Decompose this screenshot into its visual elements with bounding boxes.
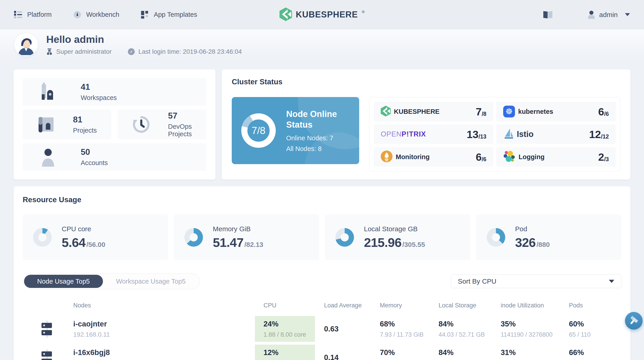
sort-by-select[interactable]: Sort By CPU [451, 274, 621, 288]
kubernetes-total: /6 [604, 111, 609, 117]
main-nav: Platform Workbench App Templates [14, 11, 197, 18]
stat-accounts[interactable]: 50 Accounts [23, 143, 206, 171]
banner-text: Hello admin Super administrator ✓ Last l… [46, 34, 242, 55]
projects-icon [35, 116, 57, 133]
brand-text: KUBESPHERE [296, 10, 358, 20]
kubesphere-icon [381, 106, 391, 118]
app-templates-icon [141, 11, 149, 18]
topbar-right: admin [543, 11, 630, 19]
inode-cell: 31% 1002451 / 3276800 [495, 348, 563, 360]
role-group: Super administrator [46, 48, 112, 55]
memory-used: 51.47 [213, 235, 244, 250]
tab-workspace-usage-top5[interactable]: Workspace Usage Top5 [103, 275, 199, 288]
devops-projects-icon [130, 116, 152, 134]
memory-total: /82.13 [244, 241, 263, 248]
memory-donut [184, 228, 203, 247]
components-grid: KUBESPHERE 7/8 ☸ kubernetes 6/6 OPENP! [369, 97, 620, 172]
node-ip: 192.168.0.11 [73, 331, 255, 338]
node-online-status-panel: 7/8 Node Online Status Online Nodes: 7 A… [232, 97, 359, 164]
header-inode-utilization: inode Utilization [495, 302, 563, 309]
platform-icon [14, 11, 22, 18]
logging-icon [503, 150, 516, 164]
cpu-cell: 24% 1.88 / 8.00 core [255, 316, 315, 342]
kubernetes-icon: ☸ [503, 106, 515, 118]
server-icon [40, 352, 54, 360]
resource-usage-title: Resource Usage [23, 196, 621, 204]
workbench-icon [74, 11, 81, 18]
nav-platform-label: Platform [27, 11, 52, 18]
server-icon [40, 323, 54, 335]
pod-donut [487, 228, 505, 247]
load-average-cell: 0.63 [315, 325, 374, 333]
workspaces-count: 41 [81, 82, 117, 92]
sort-by-value: Sort By CPU [458, 278, 496, 285]
local-storage-cell: 84% 44.03 / 52.71 GB [434, 320, 495, 338]
pod-total: /880 [536, 241, 550, 248]
node-online-ratio: 7/8 [252, 125, 265, 136]
stat-workspaces[interactable]: 41 Workspaces [23, 78, 206, 106]
nav-platform[interactable]: Platform [14, 11, 52, 18]
pod-used: 326 [515, 235, 536, 250]
stat-projects[interactable]: 81 Projects [23, 110, 111, 140]
last-login-label: Last login time: 2019-06-28 23:46:04 [138, 48, 242, 55]
greeting: Hello admin [46, 34, 242, 45]
local-storage-cell: 84% 43.89 / 52.71 GB [434, 348, 495, 360]
user-menu[interactable]: admin [588, 11, 630, 19]
node-name[interactable]: i-caojnter [73, 320, 255, 328]
inode-cell: 35% 1141190 / 3276800 [495, 320, 563, 338]
openpitrix-total: /13 [478, 133, 486, 140]
header-nodes: Nodes [66, 302, 255, 309]
storage-total: /305.55 [402, 241, 425, 248]
cpu-donut [33, 228, 52, 247]
top-navigation-bar: Platform Workbench App Templates KUBESPH… [0, 0, 644, 30]
load-average-cell: 0.14 [315, 353, 374, 360]
overview-stats-card: 41 Workspaces 81 Projects [14, 69, 216, 180]
stat-devops-projects[interactable]: 57 DevOps Projects [118, 110, 206, 140]
workspaces-icon [37, 82, 59, 101]
logging-total: /3 [604, 156, 609, 162]
node-name[interactable]: i-16x6bgj8 [73, 348, 255, 357]
welcome-banner: Hello admin Super administrator ✓ Last l… [0, 30, 644, 60]
usage-tabs: Node Usage Top5 Workspace Usage Top5 [23, 274, 200, 289]
openpitrix-logo: OPENP!TRIX [381, 130, 426, 138]
memory-cell: 68% 7.93 / 11.73 GiB [374, 320, 434, 338]
kubernetes-value: 6 [598, 106, 604, 118]
header-memory: Memory [374, 302, 434, 309]
tab-node-usage-top5[interactable]: Node Usage Top5 [24, 275, 103, 288]
nav-app-templates[interactable]: App Templates [141, 11, 197, 18]
hammer-icon [628, 315, 639, 326]
header-pods: Pods [563, 302, 616, 309]
kubesphere-logo[interactable]: KUBESPHERE ® [279, 8, 365, 22]
header-cpu: CPU [255, 302, 315, 309]
component-kubesphere: KUBESPHERE 7/8 [374, 102, 493, 121]
component-istio: Istio 12/12 [496, 124, 616, 144]
node-online-title: Node Online Status [286, 109, 359, 130]
toolbox-fab-button[interactable] [625, 312, 643, 330]
istio-icon [503, 128, 514, 140]
node-online-donut: 7/8 [241, 113, 276, 148]
istio-value: 12 [589, 128, 601, 140]
pod-label: Pod [515, 225, 550, 233]
metric-memory: Memory GiB 51.47/82.13 [174, 214, 319, 260]
table-row[interactable]: i-caojnter 192.168.0.11 24% 1.88 / 8.00 … [28, 316, 616, 342]
monitoring-prometheus-icon [381, 150, 392, 163]
docs-book-icon[interactable] [543, 11, 553, 19]
cluster-status-title: Cluster Status [232, 78, 620, 86]
memory-cell: 70% 8.11 / 11.73 GiB [374, 348, 434, 360]
main-content: 41 Workspaces 81 Projects [0, 60, 644, 360]
storage-used: 215.96 [364, 235, 401, 250]
kubesphere-total: /8 [482, 111, 486, 117]
kubesphere-logo-icon [279, 8, 292, 22]
nav-app-templates-label: App Templates [154, 11, 197, 18]
accounts-label: Accounts [81, 159, 108, 166]
role-label: Super administrator [56, 48, 112, 55]
table-row[interactable]: i-16x6bgj8 192.168.0.14 12% 0.93 / 8.00 … [28, 344, 616, 360]
component-monitoring: Monitoring 6/6 [374, 147, 493, 166]
cpu-label: CPU core [62, 225, 105, 233]
header-load-average: Load Average [315, 302, 374, 309]
component-logging: Logging 2/3 [496, 147, 616, 166]
nav-workbench[interactable]: Workbench [74, 11, 119, 18]
login-check-icon: ✓ [128, 48, 135, 55]
sort-caret-icon [609, 280, 614, 283]
node-usage-table: Nodes CPU Load Average Memory Local Stor… [28, 298, 616, 360]
